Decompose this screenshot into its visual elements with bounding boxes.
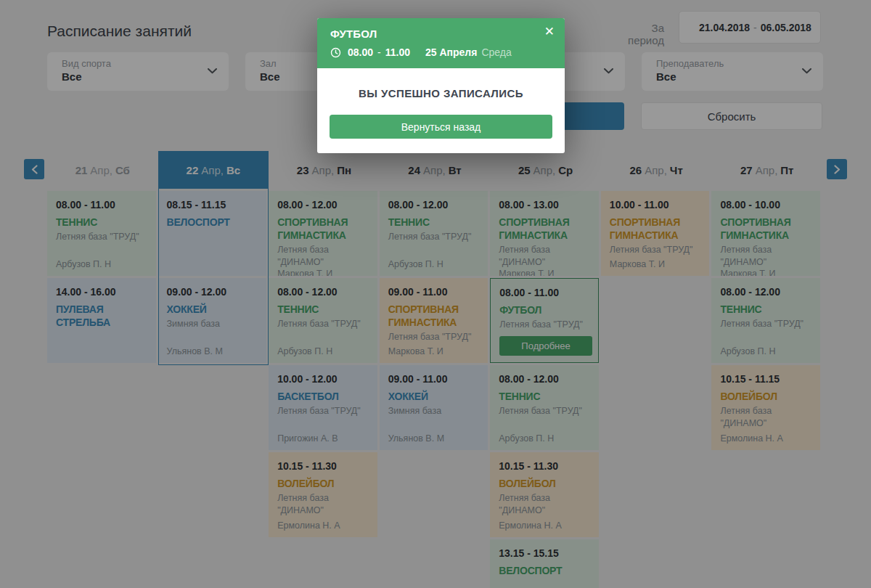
modal-time-start: 08.00 [348,46,373,58]
back-button[interactable]: Вернуться назад [330,115,552,139]
modal-time-separator: - [377,46,381,58]
close-icon[interactable]: ✕ [544,25,555,38]
success-message: ВЫ УСПЕШНО ЗАПИСАЛИСЬ [330,87,552,99]
modal-time-row: 08.00 - 11.00 25 Апреля Среда [330,46,552,58]
clock-icon [330,47,341,58]
modal-date: 25 Апреля [425,46,477,58]
booking-modal: ФУТБОЛ ✕ 08.00 - 11.00 25 Апреля Среда В… [317,18,565,153]
modal-body: ВЫ УСПЕШНО ЗАПИСАЛИСЬ Вернуться назад [317,68,565,153]
modal-title: ФУТБОЛ [330,28,552,40]
modal-header: ФУТБОЛ ✕ 08.00 - 11.00 25 Апреля Среда [317,18,565,68]
modal-weekday: Среда [481,46,511,58]
schedule-page: Расписание занятий За период 21.04.2018 … [0,0,871,588]
modal-time-end: 11.00 [385,46,410,58]
